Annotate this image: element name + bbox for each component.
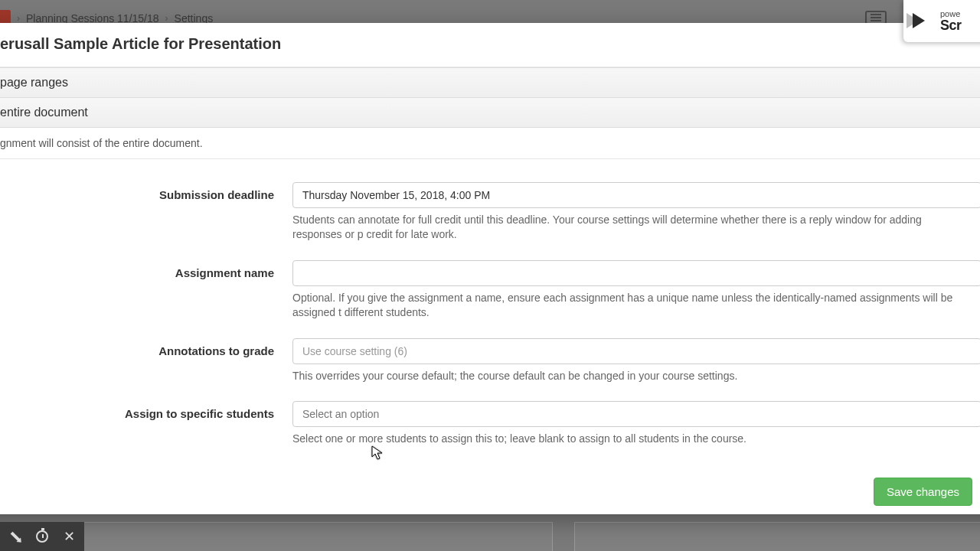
screencast-watermark: poweScr — [903, 0, 980, 42]
label-assign-students: Assign to specific students — [0, 401, 292, 420]
help-assignment-name: Optional. If you give the assignment a n… — [292, 286, 974, 334]
row-assign-students: Assign to specific students Select an op… — [0, 401, 980, 460]
label-assignment-name: Assignment name — [0, 260, 292, 279]
select-placeholder: Select an option — [302, 408, 379, 420]
close-icon[interactable]: ✕ — [64, 529, 75, 544]
label-submission-deadline: Submission deadline — [0, 182, 292, 201]
background-bottom-strip — [0, 522, 980, 551]
recorder-toolbar: ✕ — [0, 522, 84, 551]
save-bar: Save changes — [0, 468, 980, 514]
chevron-right-icon: › — [165, 13, 168, 24]
accordion-section-page-ranges[interactable]: page ranges — [0, 68, 980, 98]
help-submission-deadline: Students can annotate for full credit un… — [292, 208, 974, 256]
row-assignment-name: Assignment name Optional. If you give th… — [0, 260, 980, 334]
accordion: page ranges entire document gnment will … — [0, 67, 980, 159]
play-icon — [910, 10, 936, 33]
input-annotations-to-grade[interactable] — [292, 338, 980, 364]
accordion-helper-text: gnment will consist of the entire docume… — [0, 128, 980, 159]
modal-title: erusall Sample Article for Presentation — [0, 23, 980, 67]
save-changes-button[interactable]: Save changes — [874, 478, 972, 506]
help-annotations-to-grade: This overrides your course default; the … — [292, 364, 974, 397]
input-submission-deadline[interactable] — [292, 182, 980, 208]
pen-icon[interactable] — [9, 529, 21, 544]
row-annotations-to-grade: Annotations to grade This overrides your… — [0, 338, 980, 397]
background-panel-right — [574, 522, 980, 551]
chevron-right-icon: › — [17, 13, 20, 24]
stopwatch-icon[interactable] — [36, 529, 48, 544]
background-panel-left — [84, 522, 553, 551]
accordion-section-entire-document[interactable]: entire document — [0, 98, 980, 128]
row-submission-deadline: Submission deadline Students can annotat… — [0, 182, 980, 256]
label-annotations-to-grade: Annotations to grade — [0, 338, 292, 357]
input-assignment-name[interactable] — [292, 260, 980, 286]
select-assign-students[interactable]: Select an option — [292, 401, 980, 427]
assignment-settings-modal: erusall Sample Article for Presentation … — [0, 23, 980, 514]
watermark-text: poweScr — [940, 10, 962, 32]
form-area: Submission deadline Students can annotat… — [0, 159, 980, 514]
help-assign-students: Select one or more students to assign th… — [292, 427, 974, 460]
